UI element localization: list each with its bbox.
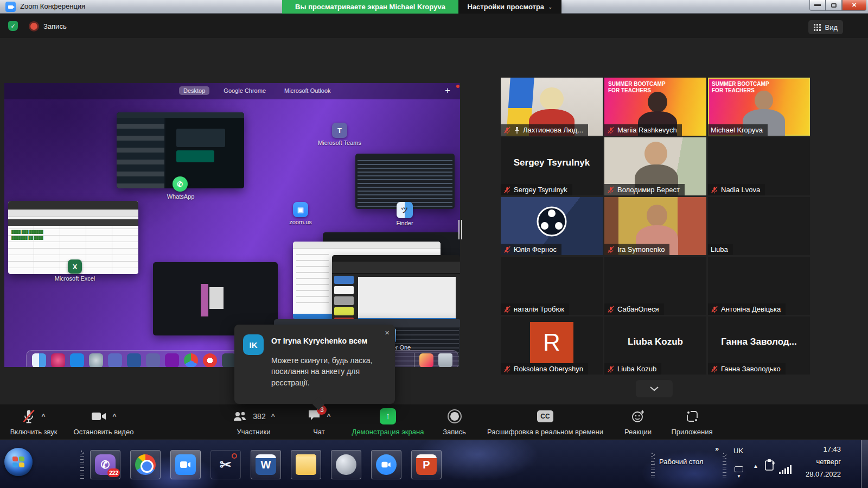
taskbar-icon-powerpoint[interactable]: P (411, 450, 442, 479)
chat-button[interactable]: 3 ^ Чат (297, 408, 341, 438)
taskbar-grip[interactable] (723, 452, 726, 480)
shared-tab-desktop: Desktop (179, 86, 209, 95)
meeting-toolbar: ^ Включить звук ^ Остановить видео 382 (0, 404, 868, 440)
language-indicator[interactable]: UK (733, 447, 743, 455)
participant-tile[interactable]: Sergey Tsyrulnyk Sergey Tsyrulnyk (501, 137, 603, 195)
taskbar-grip[interactable] (80, 450, 84, 480)
participant-tile[interactable]: Liuba Kozub Liuba Kozub (604, 316, 706, 375)
participant-name: Michael Kropyva (711, 126, 763, 134)
minimize-button[interactable] (809, 0, 826, 11)
view-button-label: Вид (825, 23, 838, 31)
close-button[interactable]: ✕ (842, 0, 866, 11)
chrome-icon (135, 454, 156, 475)
taskbar-icon-camera-app[interactable] (371, 450, 401, 479)
show-hidden-icons-button[interactable]: ▲ (753, 463, 758, 469)
stop-video-label: Остановить видео (74, 428, 134, 436)
participant-name-label: Roksolana Oberyshyn (501, 363, 588, 375)
whatsapp-icon: ✆ (173, 176, 188, 192)
view-settings-dropdown[interactable]: Настройки просмотра ⌄ (458, 0, 561, 14)
security-shield-icon[interactable]: ✓ (8, 21, 18, 31)
meeting-topbar: ✓ Запись Вид (0, 14, 868, 38)
participant-name: Ганна Заволодько (721, 365, 781, 373)
participant-tile[interactable]: R Roksolana Oberyshyn (501, 316, 603, 375)
participant-tile[interactable]: СабанОлеся (604, 257, 706, 315)
participant-tile[interactable]: Лахтионова Люд... (501, 78, 603, 136)
muted-mic-icon (503, 186, 511, 194)
taskbar-clock[interactable]: 17:43 четверг 28.07.2022 (770, 443, 841, 480)
participant-name: Лахтионова Люд... (523, 126, 583, 134)
taskbar-icon-zoom[interactable] (170, 450, 201, 479)
participants-button[interactable]: 382 ^ Участники (220, 408, 288, 438)
unmute-label: Включить звук (10, 428, 58, 436)
chat-notification-popup[interactable]: IK От Iryna Kyrychenko всем × Можете ски… (234, 325, 395, 404)
person-silhouette (648, 92, 667, 112)
taskbar-icon-snipping-tool[interactable]: ✂ (210, 450, 241, 479)
desktop-toolbar-label[interactable]: Рабочий стол (659, 458, 704, 466)
participant-tile[interactable]: Антоніна Девіцька (708, 257, 810, 315)
participant-tile[interactable]: Nadia Lvova (708, 137, 810, 195)
participant-name: Юлія Фернос (514, 245, 557, 253)
dock-icon-teams (146, 353, 160, 367)
popup-close-icon[interactable]: × (385, 328, 390, 337)
toolbar-overflow-chevron[interactable]: » (715, 445, 719, 453)
participant-name-label: Ira Symonenko (604, 244, 669, 255)
zoomus-label: zoom.us (279, 219, 322, 225)
panel-resize-handle[interactable] (458, 220, 464, 239)
video-options-chevron[interactable]: ^ (112, 413, 116, 420)
meeting-main-area: Desktop Google Chrome Microsoft Outlook … (0, 38, 868, 404)
live-transcript-button[interactable]: CC Расшифровка в реальном времени (480, 408, 610, 438)
participant-name-label: Юлія Фернос (501, 244, 561, 255)
participant-tile[interactable]: наталія Тробюк (501, 257, 603, 315)
shared-tab-chrome: Google Chrome (219, 86, 270, 95)
window-title: Zoom Конференция (20, 2, 85, 10)
taskbar-icon-media-app[interactable] (331, 450, 361, 479)
stop-video-button[interactable]: ^ Остановить видео (68, 408, 139, 438)
recording-indicator-icon (30, 23, 37, 30)
participant-tile-active-speaker[interactable]: SUMMER BOOTCAMP FOR TEACHERS Michael Kro… (708, 78, 810, 136)
clock-time: 17:43 (770, 443, 841, 456)
keyboard-layout-icon[interactable] (735, 466, 743, 472)
record-label: Запись (443, 428, 466, 436)
restore-button[interactable] (826, 0, 842, 11)
teams-label: Microsoft Teams (312, 140, 367, 146)
participant-tile[interactable]: Юлія Фернос (501, 197, 603, 255)
zoomus-icon: ▣ (293, 202, 308, 217)
record-button[interactable]: Запись (437, 408, 472, 438)
zoom-meeting-window: Zoom Конференция Вы просматриваете экран… (0, 0, 868, 488)
mic-options-chevron[interactable]: ^ (41, 413, 45, 420)
participant-tile[interactable]: Ira Symonenko (604, 197, 706, 255)
participant-tile[interactable]: Володимир Берест (604, 137, 706, 195)
unmute-button[interactable]: ^ Включить звук (4, 408, 63, 438)
view-settings-label: Настройки просмотра (468, 3, 545, 11)
participant-name-label: Антоніна Девіцька (708, 303, 786, 315)
participant-center-name: Ганна Заволод... (708, 316, 810, 367)
share-screen-button[interactable]: ↑ Демонстрация экрана (347, 408, 429, 438)
participant-tile[interactable]: Ганна Заволод... Ганна Заволодько (708, 316, 810, 375)
shared-notification-dot (456, 85, 459, 88)
chat-label: Чат (313, 428, 325, 436)
taskbar-icon-word[interactable]: W (251, 450, 281, 479)
language-menu-chevron[interactable]: ▼ (737, 474, 741, 479)
taskbar-icon-viber[interactable]: ✆ 222 (90, 450, 120, 479)
muted-mic-icon (711, 365, 718, 373)
participant-name: Liuba Kozub (617, 365, 656, 373)
finder-icon: ツ (397, 202, 413, 218)
taskbar-icon-chrome[interactable] (130, 450, 161, 479)
participants-options-chevron[interactable]: ^ (271, 413, 275, 420)
closed-captions-icon: CC (537, 410, 553, 422)
reactions-button[interactable]: Реакции (618, 408, 658, 438)
participant-tile[interactable]: SUMMER BOOTCAMP FOR TEACHERS Mariia Rash… (604, 78, 706, 136)
start-button[interactable] (4, 448, 33, 476)
dock-icon-onenote (165, 353, 179, 367)
apps-button[interactable]: Приложения (666, 408, 718, 438)
windows-taskbar: ✆ 222 ✂ W P (0, 440, 868, 488)
show-desktop-button[interactable] (861, 440, 868, 488)
chat-popup-title: От Iryna Kyrychenko всем (271, 337, 374, 345)
more-participants-button[interactable] (636, 380, 673, 397)
taskbar-icon-explorer[interactable] (291, 450, 321, 479)
taskbar-grip[interactable] (651, 452, 655, 480)
chat-options-chevron[interactable]: ^ (327, 413, 330, 420)
view-button[interactable]: Вид (808, 20, 843, 34)
muted-mic-icon (607, 186, 615, 194)
participant-tile[interactable]: Liuba (708, 197, 810, 255)
